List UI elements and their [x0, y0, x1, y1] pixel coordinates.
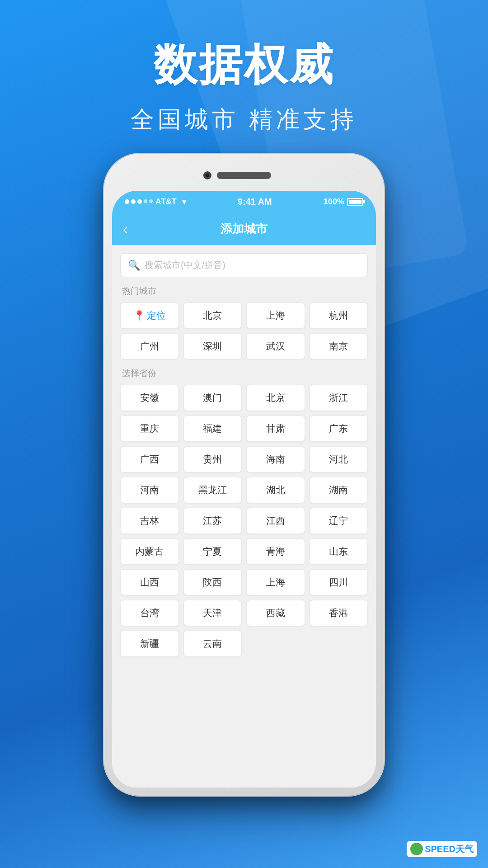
front-camera	[203, 171, 211, 179]
search-placeholder: 搜索城市(中文/拼音)	[145, 259, 225, 271]
province-btn-11[interactable]: 河北	[310, 446, 368, 472]
signal-dot-4	[144, 199, 147, 203]
province-btn-0[interactable]: 安徽	[120, 385, 179, 411]
province-btn-3[interactable]: 浙江	[310, 385, 368, 411]
wifi-icon: ▾	[182, 197, 186, 207]
province-btn-8[interactable]: 广西	[120, 446, 179, 472]
province-btn-23[interactable]: 山东	[310, 538, 368, 565]
signal-dot-2	[131, 199, 136, 204]
province-btn-1[interactable]: 澳门	[183, 385, 242, 411]
status-right: 100%	[324, 197, 363, 207]
navigation-bar: ‹ 添加城市	[112, 212, 376, 245]
province-btn-22[interactable]: 青海	[246, 538, 305, 565]
phone-shell: AT&T ▾ 9:41 AM 100% ‹ 添加城市	[104, 154, 384, 796]
province-btn-27[interactable]: 四川	[310, 569, 368, 595]
province-btn-30[interactable]: 西藏	[246, 600, 305, 626]
province-btn-28[interactable]: 台湾	[120, 600, 179, 626]
location-icon: 📍	[133, 310, 145, 321]
battery-icon	[347, 198, 363, 206]
provinces-label: 选择省份	[120, 368, 368, 379]
province-btn-16[interactable]: 吉林	[120, 508, 179, 534]
status-left: AT&T ▾	[125, 197, 186, 207]
signal-dot-1	[125, 199, 129, 204]
province-btn-12[interactable]: 河南	[120, 477, 179, 503]
province-btn-29[interactable]: 天津	[183, 600, 242, 626]
province-btn-26[interactable]: 上海	[246, 569, 305, 595]
search-bar[interactable]: 🔍 搜索城市(中文/拼音)	[120, 253, 368, 277]
battery-fill	[349, 200, 361, 204]
phone-top	[112, 162, 376, 189]
province-btn-2[interactable]: 北京	[246, 385, 305, 411]
province-btn-25[interactable]: 陕西	[183, 569, 242, 595]
province-btn-6[interactable]: 甘肃	[246, 415, 305, 442]
hot-city-btn-nanjing[interactable]: 南京	[310, 333, 368, 359]
province-btn-20[interactable]: 内蒙古	[120, 538, 179, 565]
hot-city-btn-hangzhou[interactable]: 杭州	[310, 302, 368, 329]
province-btn-7[interactable]: 广东	[310, 415, 368, 442]
province-btn-9[interactable]: 贵州	[183, 446, 242, 472]
carrier-label: AT&T	[155, 197, 177, 207]
phone-speaker	[217, 172, 271, 179]
phone-screen: AT&T ▾ 9:41 AM 100% ‹ 添加城市	[112, 191, 376, 788]
province-btn-13[interactable]: 黑龙江	[183, 477, 242, 503]
provinces-grid: 安徽澳门北京浙江重庆福建甘肃广东广西贵州海南河北河南黑龙江湖北湖南吉林江苏江西辽…	[120, 385, 368, 657]
hot-city-btn-guangzhou[interactable]: 广州	[120, 333, 179, 359]
brand-text: SPEED天气	[425, 843, 474, 855]
province-btn-21[interactable]: 宁夏	[183, 538, 242, 565]
status-time: 9:41 AM	[238, 197, 272, 207]
province-btn-19[interactable]: 辽宁	[310, 508, 368, 534]
province-btn-5[interactable]: 福建	[183, 415, 242, 442]
province-btn-33[interactable]: 云南	[183, 631, 242, 657]
hero-subtitle: 全国城市 精准支持	[0, 104, 488, 136]
status-bar: AT&T ▾ 9:41 AM 100%	[112, 191, 376, 212]
province-btn-14[interactable]: 湖北	[246, 477, 305, 503]
signal-bars	[125, 199, 153, 204]
signal-dot-5	[149, 199, 153, 203]
province-btn-10[interactable]: 海南	[246, 446, 305, 472]
hot-city-btn-shanghai[interactable]: 上海	[246, 302, 305, 329]
back-button[interactable]: ‹	[123, 221, 128, 237]
phone-mockup: AT&T ▾ 9:41 AM 100% ‹ 添加城市	[104, 154, 384, 796]
battery-percent: 100%	[324, 197, 344, 207]
hero-title: 数据权威	[0, 36, 488, 95]
brand-logo: SPEED天气	[407, 841, 477, 857]
signal-dot-3	[137, 199, 142, 204]
province-btn-31[interactable]: 香港	[310, 600, 368, 626]
province-btn-24[interactable]: 山西	[120, 569, 179, 595]
brand-icon	[410, 843, 423, 855]
hot-cities-label: 热门城市	[120, 285, 368, 297]
province-btn-18[interactable]: 江西	[246, 508, 305, 534]
hot-city-btn-locate[interactable]: 📍定位	[120, 302, 179, 329]
hot-cities-grid: 📍定位北京上海杭州广州深圳武汉南京	[120, 302, 368, 359]
province-btn-4[interactable]: 重庆	[120, 415, 179, 442]
page-title: 添加城市	[221, 221, 267, 237]
search-icon: 🔍	[128, 259, 140, 271]
app-content: 🔍 搜索城市(中文/拼音) 热门城市 📍定位北京上海杭州广州深圳武汉南京 选择省…	[112, 245, 376, 788]
province-btn-32[interactable]: 新疆	[120, 631, 179, 657]
hot-city-btn-shenzhen[interactable]: 深圳	[183, 333, 242, 359]
hot-city-btn-wuhan[interactable]: 武汉	[246, 333, 305, 359]
province-btn-17[interactable]: 江苏	[183, 508, 242, 534]
province-btn-15[interactable]: 湖南	[310, 477, 368, 503]
hot-city-btn-beijing[interactable]: 北京	[183, 302, 242, 329]
